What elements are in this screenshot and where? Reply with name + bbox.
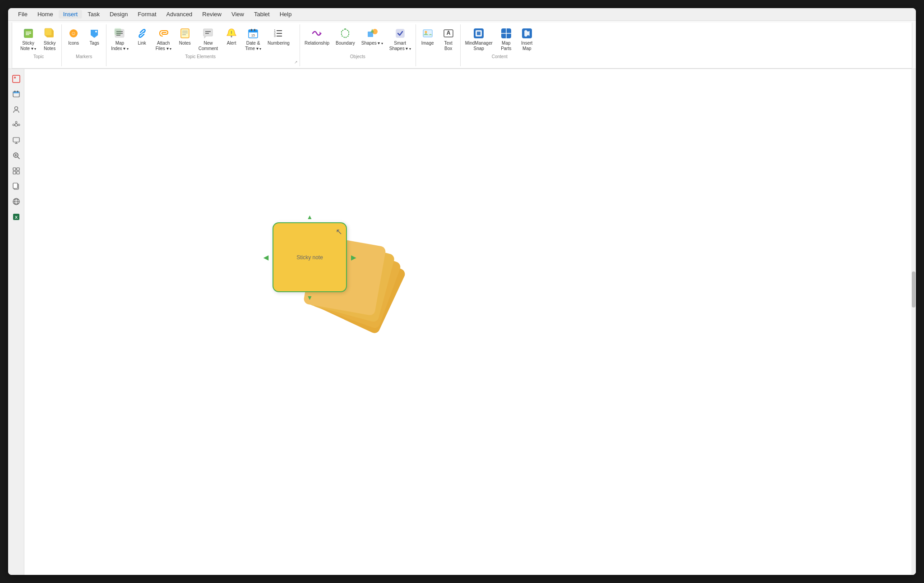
svg-point-59	[14, 107, 18, 110]
ribbon-group-content: MindManagerSnap MapParts	[461, 24, 539, 66]
smart-shapes-label: SmartShapes ▾	[389, 41, 411, 51]
map-parts-label: MapParts	[501, 41, 511, 51]
menu-task[interactable]: Task	[83, 10, 104, 18]
tags-button[interactable]: Tags	[84, 25, 104, 48]
boundary-button[interactable]: Boundary	[333, 25, 358, 48]
icons-icon: ☺	[67, 27, 80, 40]
sidebar-copy-icon[interactable]	[10, 180, 23, 193]
svg-rect-41	[396, 29, 404, 37]
sidebar-globe-icon[interactable]	[10, 195, 23, 208]
objects-group-label: Objects	[302, 53, 414, 59]
icons-label: Icons	[68, 41, 79, 46]
sticky-note-label: StickyNote ▾	[20, 41, 36, 51]
insert-map-icon	[521, 27, 533, 40]
numbering-button[interactable]: 1 2 3 Numbering	[265, 25, 292, 48]
insert-map-button[interactable]: InsertMap	[517, 25, 537, 53]
new-comment-button[interactable]: NewComment	[196, 25, 221, 53]
svg-line-71	[18, 157, 19, 159]
app-window: File Home Insert Task Design Format Adva…	[8, 8, 916, 575]
link-icon	[136, 27, 148, 40]
sticky-note-main[interactable]: Sticky note ▲ ▼ ◀ ▶ ↖	[273, 222, 347, 292]
sidebar-screen-icon[interactable]	[10, 134, 23, 147]
sidebar-excel-icon[interactable]: X	[10, 211, 23, 223]
new-comment-icon	[202, 27, 214, 40]
menu-insert[interactable]: Insert	[59, 10, 83, 18]
mindmanager-snap-label: MindManagerSnap	[465, 41, 493, 51]
numbering-icon: 1 2 3	[272, 27, 285, 40]
date-time-button[interactable]: 15 Date &Time ▾	[242, 25, 264, 53]
handle-top-arrow[interactable]: ▲	[307, 213, 313, 220]
smart-shapes-button[interactable]: SmartShapes ▾	[387, 25, 414, 53]
svg-text:X: X	[14, 215, 17, 220]
map-index-button[interactable]: MapIndex ▾	[108, 25, 131, 53]
menu-advanced[interactable]: Advanced	[162, 10, 197, 18]
menu-view[interactable]: View	[227, 10, 249, 18]
ribbon-group-markers: ☺ Icons Tags	[62, 24, 106, 66]
menu-design[interactable]: Design	[105, 10, 132, 18]
sidebar-grid-icon[interactable]	[10, 165, 23, 177]
menu-help[interactable]: Help	[275, 10, 296, 18]
svg-rect-16	[115, 28, 121, 35]
ribbon-group-content-items: MindManagerSnap MapParts	[462, 25, 537, 53]
svg-rect-57	[14, 91, 15, 92]
image-button[interactable]: Image	[418, 25, 438, 48]
menu-review[interactable]: Review	[198, 10, 226, 18]
map-parts-button[interactable]: MapParts	[496, 25, 516, 53]
sticky-notes-button[interactable]: StickyNotes	[40, 25, 60, 53]
mindmanager-snap-button[interactable]: MindManagerSnap	[462, 25, 495, 53]
sticky-notes-label: StickyNotes	[44, 41, 56, 51]
svg-rect-1	[25, 30, 33, 38]
text-box-label: TextBox	[444, 41, 452, 51]
new-comment-label: NewComment	[199, 41, 218, 51]
canvas-area[interactable]: Sticky note ▲ ▼ ◀ ▶ ↖	[24, 69, 916, 575]
topic-elements-expand-icon[interactable]: ↗	[294, 60, 298, 64]
sidebar-person-icon[interactable]	[10, 103, 23, 116]
insert-map-label: InsertMap	[521, 41, 532, 51]
sidebar-zoom-icon[interactable]	[10, 149, 23, 162]
shapes-icon	[366, 27, 379, 40]
smart-shapes-icon	[394, 27, 407, 40]
alert-button[interactable]: ! Alert	[222, 25, 241, 48]
menu-tablet[interactable]: Tablet	[249, 10, 274, 18]
menu-home[interactable]: Home	[33, 10, 58, 18]
menu-format[interactable]: Format	[133, 10, 161, 18]
svg-marker-10	[91, 30, 98, 38]
relationship-button[interactable]: Relationship	[302, 25, 332, 48]
svg-rect-74	[13, 168, 16, 170]
attach-files-button[interactable]: AttachFiles ▾	[153, 25, 174, 53]
notes-button[interactable]: Notes	[175, 25, 195, 48]
sticky-note-icon	[22, 27, 35, 40]
svg-rect-27	[249, 30, 258, 32]
scrollbar-thumb[interactable]	[912, 271, 915, 308]
sidebar-calendar-icon[interactable]	[10, 88, 23, 101]
boundary-icon	[339, 27, 351, 40]
svg-rect-54	[14, 77, 16, 78]
map-index-label: MapIndex ▾	[111, 41, 128, 51]
svg-text:☺: ☺	[71, 30, 76, 37]
icons-button[interactable]: ☺ Icons	[64, 25, 83, 48]
handle-left-arrow[interactable]: ◀	[263, 254, 268, 261]
link-button[interactable]: Link	[132, 25, 152, 48]
ribbon-group-markers-items: ☺ Icons Tags	[64, 25, 104, 53]
ribbon-group-topic-elements: MapIndex ▾ Link	[106, 24, 300, 66]
menu-file[interactable]: File	[14, 10, 32, 18]
ribbon: StickyNote ▾ StickyNotes Topic	[8, 21, 916, 69]
svg-point-61	[13, 124, 14, 126]
sticky-note-button[interactable]: StickyNote ▾	[18, 25, 39, 53]
sidebar-network-icon[interactable]	[10, 119, 23, 131]
image-group-label	[418, 58, 458, 59]
svg-rect-48	[477, 32, 480, 35]
shapes-button[interactable]: Shapes ▾	[359, 25, 386, 48]
handle-right-arrow[interactable]: ▶	[351, 254, 356, 261]
svg-line-17	[141, 32, 143, 35]
left-sidebar: X	[8, 69, 24, 575]
alert-label: Alert	[227, 41, 236, 46]
text-box-button[interactable]: A TextBox	[439, 25, 458, 53]
image-label: Image	[421, 41, 434, 46]
tags-label: Tags	[90, 41, 99, 46]
handle-bottom-arrow[interactable]: ▼	[307, 294, 313, 301]
sidebar-map-icon[interactable]	[10, 73, 23, 85]
menu-bar: File Home Insert Task Design Format Adva…	[8, 8, 916, 21]
vertical-scrollbar[interactable]	[911, 69, 916, 575]
alert-icon: !	[225, 27, 238, 40]
